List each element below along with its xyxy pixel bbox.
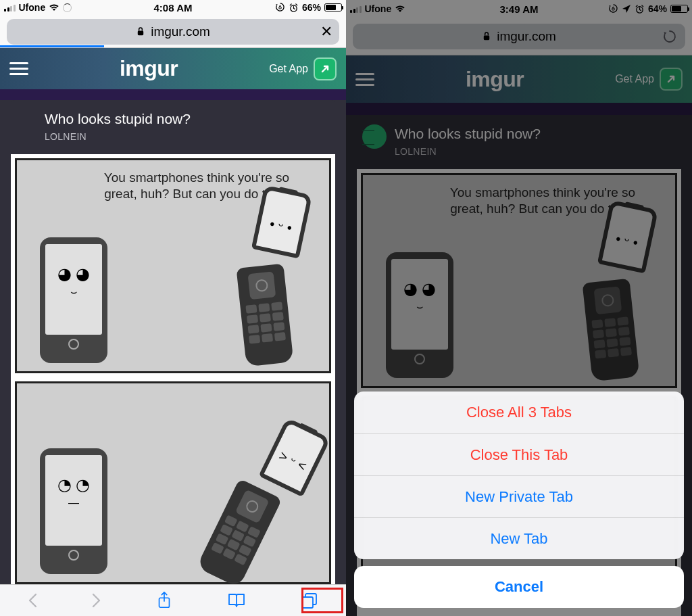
app-icon xyxy=(314,57,337,80)
reload-icon[interactable] xyxy=(662,29,677,44)
action-sheet: Close All 3 Tabs Close This Tab New Priv… xyxy=(354,392,684,608)
orientation-lock-icon xyxy=(275,3,285,13)
comic-smartphone: ◔ ◔― xyxy=(40,448,107,574)
svg-rect-2 xyxy=(138,31,143,36)
menu-icon[interactable] xyxy=(9,62,28,75)
post-header: Who looks stupid now? LOLNEIN xyxy=(11,100,335,154)
alarm-icon xyxy=(289,3,299,13)
bg-strip xyxy=(346,103,692,115)
get-app-label: Get App xyxy=(269,63,308,75)
get-app-label: Get App xyxy=(615,73,654,85)
share-icon[interactable] xyxy=(156,591,172,610)
url-domain: imgur.com xyxy=(151,24,210,39)
address-bar: imgur.com xyxy=(346,18,692,55)
comic-panel-2: ◔ ◔― > ᵕ < xyxy=(15,381,331,584)
carrier-label: Ufone xyxy=(365,3,392,14)
comic-smartphone: ◕ ◕⌣ xyxy=(40,237,107,363)
post-title: Who looks stupid now? xyxy=(395,126,647,142)
phone-left: Ufone 4:08 AM 66% imgur.com ✕ imgur xyxy=(0,0,346,616)
battery-pct: 64% xyxy=(648,3,667,14)
address-bar: imgur.com ✕ xyxy=(0,16,346,49)
back-icon[interactable] xyxy=(27,592,38,609)
signal-icon xyxy=(4,3,16,11)
forward-icon[interactable] xyxy=(91,592,102,609)
url-field[interactable]: imgur.com xyxy=(353,24,685,49)
signal-icon xyxy=(350,5,362,13)
imgur-header: imgur Get App xyxy=(0,48,346,89)
svg-rect-8 xyxy=(484,36,489,41)
url-field[interactable]: imgur.com ✕ xyxy=(7,19,339,45)
page-load-progress xyxy=(0,45,104,47)
get-app-button[interactable]: Get App xyxy=(615,68,683,91)
url-domain: imgur.com xyxy=(497,29,556,44)
svg-rect-6 xyxy=(612,8,614,10)
imgur-logo[interactable]: imgur xyxy=(120,56,178,81)
post-author[interactable]: LOLNEIN xyxy=(395,146,647,157)
cancel-button[interactable]: Cancel xyxy=(354,566,684,608)
comic-image[interactable]: You smartphones think you're so great, h… xyxy=(11,154,335,584)
phone-right: Ufone 3:49 AM 64% imgur.com imgur xyxy=(346,0,692,616)
comic-flipphone: • ᵕ • xyxy=(580,204,645,379)
bookmarks-icon[interactable] xyxy=(226,592,247,609)
imgur-logo[interactable]: imgur xyxy=(466,67,524,92)
close-this-tab-button[interactable]: Close This Tab xyxy=(354,433,684,475)
close-all-tabs-button[interactable]: Close All 3 Tabs xyxy=(354,392,684,433)
menu-icon[interactable] xyxy=(355,73,374,86)
wifi-icon xyxy=(49,3,59,11)
safari-toolbar xyxy=(0,584,346,616)
status-bar: Ufone 4:08 AM 66% xyxy=(0,0,346,16)
get-app-button[interactable]: Get App xyxy=(269,57,337,80)
post-area: Who looks stupid now? LOLNEIN You smartp… xyxy=(0,100,346,584)
imgur-header: imgur Get App xyxy=(346,55,692,103)
orientation-lock-icon xyxy=(608,4,618,14)
comic-panel-1: You smartphones think you're so great, h… xyxy=(15,158,331,373)
wifi-icon xyxy=(395,5,405,13)
comic-flipphone: > ᵕ < xyxy=(187,410,335,584)
author-avatar[interactable]: — — xyxy=(362,124,387,149)
action-sheet-group: Close All 3 Tabs Close This Tab New Priv… xyxy=(354,392,684,559)
comic-flipphone: • ᵕ • xyxy=(234,189,299,364)
alarm-icon xyxy=(635,4,645,14)
comic-smartphone: ◕ ◕⌣ xyxy=(386,252,453,378)
post-author[interactable]: LOLNEIN xyxy=(45,131,301,142)
status-bar: Ufone 3:49 AM 64% xyxy=(346,0,692,18)
annotation-highlight xyxy=(301,588,343,613)
carrier-label: Ufone xyxy=(19,2,46,13)
svg-rect-0 xyxy=(279,7,281,9)
battery-icon xyxy=(324,3,342,11)
battery-pct: 66% xyxy=(302,2,321,13)
location-icon xyxy=(622,4,631,14)
lock-icon xyxy=(136,26,145,37)
bg-strip xyxy=(0,89,346,100)
battery-icon xyxy=(670,5,688,13)
new-tab-button[interactable]: New Tab xyxy=(354,517,684,559)
new-private-tab-button[interactable]: New Private Tab xyxy=(354,475,684,517)
post-title: Who looks stupid now? xyxy=(45,111,301,127)
lock-icon xyxy=(482,31,491,41)
loading-icon xyxy=(63,3,72,12)
post-header: — — Who looks stupid now? LOLNEIN xyxy=(357,115,681,169)
comic-panel-1: You smartphones think you're so great, h… xyxy=(361,173,677,388)
clear-icon[interactable]: ✕ xyxy=(320,23,332,41)
app-icon xyxy=(660,68,683,91)
